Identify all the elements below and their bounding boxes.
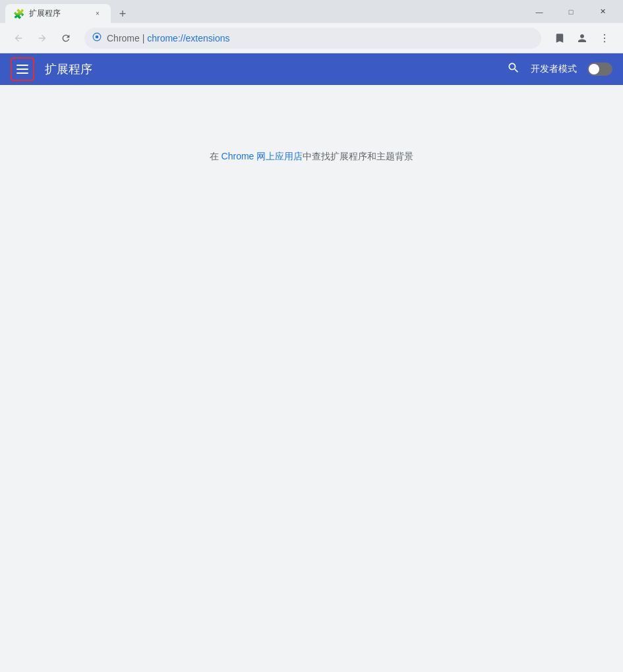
back-icon bbox=[13, 33, 24, 43]
tab-title: 扩展程序 bbox=[29, 8, 87, 19]
tab-strip: 🧩 扩展程序 × + bbox=[5, 0, 524, 23]
tab-favicon-icon: 🧩 bbox=[13, 9, 24, 19]
menu-button[interactable] bbox=[594, 28, 615, 49]
hamburger-line-3 bbox=[16, 72, 28, 74]
hamburger-menu-button[interactable] bbox=[11, 57, 34, 81]
toolbar-icons bbox=[549, 28, 615, 49]
more-vert-icon bbox=[599, 32, 610, 44]
active-tab[interactable]: 🧩 扩展程序 × bbox=[5, 4, 111, 23]
search-icon bbox=[507, 61, 520, 74]
chrome-web-store-link[interactable]: Chrome 网上应用店 bbox=[222, 151, 303, 161]
refresh-icon bbox=[61, 33, 71, 43]
developer-mode-toggle[interactable] bbox=[587, 63, 612, 76]
extensions-content: 在 Chrome 网上应用店中查找扩展程序和主题背景 bbox=[0, 85, 623, 672]
svg-point-3 bbox=[604, 37, 605, 38]
close-button[interactable]: ✕ bbox=[587, 2, 618, 21]
title-bar: 🧩 扩展程序 × + — □ ✕ bbox=[0, 0, 623, 23]
forward-button[interactable] bbox=[32, 28, 53, 49]
bookmark-icon bbox=[554, 32, 566, 44]
toggle-knob bbox=[589, 64, 599, 74]
promo-text: 在 Chrome 网上应用店中查找扩展程序和主题背景 bbox=[210, 151, 414, 163]
tab-close-button[interactable]: × bbox=[92, 9, 103, 19]
address-bar: Chrome | chrome://extensions bbox=[0, 23, 623, 53]
hamburger-line-2 bbox=[16, 69, 28, 70]
url-display: Chrome | chrome://extensions bbox=[107, 33, 533, 43]
site-info-icon bbox=[92, 32, 102, 43]
refresh-button[interactable] bbox=[55, 28, 76, 49]
svg-point-2 bbox=[604, 34, 605, 35]
minimize-button[interactable]: — bbox=[524, 2, 554, 21]
new-tab-button[interactable]: + bbox=[113, 5, 132, 23]
omnibox[interactable]: Chrome | chrome://extensions bbox=[84, 28, 541, 49]
account-icon bbox=[576, 32, 588, 44]
header-right: 开发者模式 bbox=[507, 61, 612, 78]
account-button[interactable] bbox=[572, 28, 593, 49]
svg-point-1 bbox=[96, 36, 99, 39]
page-title: 扩展程序 bbox=[45, 61, 496, 77]
bookmark-button[interactable] bbox=[549, 28, 570, 49]
chrome-logo-icon bbox=[92, 32, 102, 42]
extensions-header: 扩展程序 开发者模式 bbox=[0, 53, 623, 85]
svg-point-4 bbox=[604, 41, 605, 42]
forward-icon bbox=[37, 33, 47, 43]
search-button[interactable] bbox=[507, 61, 520, 78]
developer-mode-label: 开发者模式 bbox=[531, 63, 577, 75]
window-controls: — □ ✕ bbox=[524, 2, 618, 21]
back-button[interactable] bbox=[8, 28, 29, 49]
maximize-button[interactable]: □ bbox=[556, 2, 586, 21]
hamburger-line-1 bbox=[16, 65, 28, 66]
